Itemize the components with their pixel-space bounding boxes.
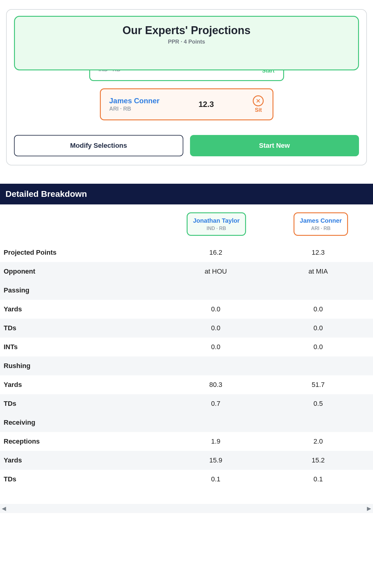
row-value-player2: 12.3 — [267, 249, 369, 257]
breakdown-row: Opponentat HOUat MIA — [0, 262, 373, 281]
projection-player-card-sit[interactable]: James Conner ARI · RB 12.3 Sit — [100, 88, 273, 120]
projections-subtitle: PPR · 4 Points — [15, 39, 358, 45]
row-value-player2: 2.0 — [267, 437, 369, 445]
row-value-player1: 0.7 — [164, 400, 267, 408]
breakdown-table: Jonathan Taylor IND · RB James Conner AR… — [0, 204, 373, 489]
start-new-button[interactable]: Start New — [190, 135, 359, 156]
x-circle-icon — [253, 95, 264, 106]
row-value-player1: 0.1 — [164, 475, 267, 483]
row-label: Rushing — [4, 362, 164, 370]
row-label: Receptions — [4, 437, 164, 445]
projections-title: Our Experts' Projections — [15, 24, 358, 37]
row-value-player1: 0.0 — [164, 305, 267, 313]
row-value-player1: 15.9 — [164, 456, 267, 464]
breakdown-section-header: Receiving — [0, 413, 373, 432]
row-value-player2: 0.0 — [267, 324, 369, 332]
row-value-player1: 1.9 — [164, 437, 267, 445]
column-chip-player2[interactable]: James Conner ARI · RB — [294, 212, 348, 236]
chip-player-meta: IND · RB — [193, 226, 240, 231]
breakdown-section-header: Passing — [0, 281, 373, 300]
row-label: Passing — [4, 286, 164, 294]
row-value-player1: 80.3 — [164, 381, 267, 389]
breakdown-column-headers: Jonathan Taylor IND · RB James Conner AR… — [0, 204, 373, 243]
breakdown-row: INTs0.00.0 — [0, 338, 373, 356]
breakdown-row: Receptions1.92.0 — [0, 432, 373, 451]
sit-indicator: Sit — [253, 95, 264, 113]
row-label: Receiving — [4, 419, 164, 427]
row-value-player1: 0.0 — [164, 343, 267, 351]
horizontal-scrollbar[interactable]: ◀ ▶ — [0, 504, 373, 513]
row-label: Projected Points — [4, 249, 164, 257]
player-name-link[interactable]: James Conner — [109, 97, 160, 105]
breakdown-row: Yards0.00.0 — [0, 300, 373, 319]
breakdown-row: Yards80.351.7 — [0, 375, 373, 394]
scroll-right-arrow-icon[interactable]: ▶ — [367, 505, 371, 512]
row-label: Yards — [4, 456, 164, 464]
breakdown-row: Yards15.915.2 — [0, 451, 373, 470]
row-value-player1: 0.0 — [164, 324, 267, 332]
row-label: INTs — [4, 343, 164, 351]
projections-card: Our Experts' Projections PPR · 4 Points … — [6, 9, 367, 165]
row-label: TDs — [4, 324, 164, 332]
breakdown-section-header: Rushing — [0, 356, 373, 375]
modify-selections-button[interactable]: Modify Selections — [14, 135, 183, 156]
row-value-player1: at HOU — [164, 267, 267, 275]
breakdown-row: TDs0.00.0 — [0, 319, 373, 338]
breakdown-row: TDs0.10.1 — [0, 470, 373, 489]
detailed-breakdown-header: Detailed Breakdown — [0, 184, 373, 204]
row-value-player2: 0.0 — [267, 343, 369, 351]
row-value-player2: 0.1 — [267, 475, 369, 483]
row-value-player2: 0.0 — [267, 305, 369, 313]
row-label: Yards — [4, 381, 164, 389]
row-label: TDs — [4, 400, 164, 408]
row-label: Opponent — [4, 267, 164, 275]
action-button-row: Modify Selections Start New — [14, 135, 359, 156]
row-value-player1: 16.2 — [164, 249, 267, 257]
scroll-left-arrow-icon[interactable]: ◀ — [2, 505, 6, 512]
row-value-player2: 0.5 — [267, 400, 369, 408]
chip-player-name: Jonathan Taylor — [193, 217, 240, 225]
chip-player-meta: ARI · RB — [300, 226, 342, 231]
breakdown-row: Projected Points16.212.3 — [0, 243, 373, 262]
row-value-player2: at MIA — [267, 267, 369, 275]
projections-hero: Our Experts' Projections PPR · 4 Points — [14, 16, 359, 70]
player-projection-value: 12.3 — [199, 100, 214, 109]
decision-label: Sit — [255, 107, 262, 113]
breakdown-row: TDs0.70.5 — [0, 394, 373, 413]
column-chip-player1[interactable]: Jonathan Taylor IND · RB — [187, 212, 246, 236]
player-info: James Conner ARI · RB — [109, 97, 160, 112]
row-label: TDs — [4, 475, 164, 483]
row-label: Yards — [4, 305, 164, 313]
row-value-player2: 51.7 — [267, 381, 369, 389]
chip-player-name: James Conner — [300, 217, 342, 225]
row-value-player2: 15.2 — [267, 456, 369, 464]
player-meta: ARI · RB — [109, 106, 160, 112]
